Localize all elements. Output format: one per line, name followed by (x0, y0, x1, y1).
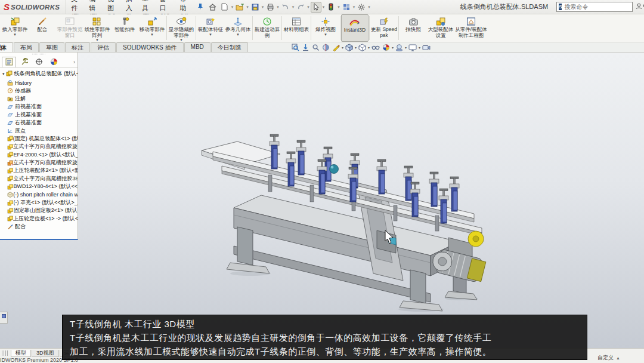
dropdown-dot-icon[interactable]: ▾ (342, 45, 343, 50)
rebuild-icon[interactable] (326, 2, 336, 13)
tree-item[interactable]: 前视基准面 (0, 103, 78, 110)
ribbon-button-mate[interactable]: 配合 (29, 14, 56, 42)
graphics-viewport[interactable] (0, 53, 644, 348)
menu-item[interactable]: 插入(I) (121, 0, 137, 14)
tab-SOLIDWORKS 插件[interactable]: SOLIDWORKS 插件 (116, 42, 184, 52)
customize-button[interactable]: 自定义▲ (597, 354, 620, 362)
chevron-down-icon[interactable]: ▼ (179, 39, 183, 41)
tree-item[interactable]: (-) short pitch roller chain wheel_s (0, 190, 78, 198)
appearance-manager-tab[interactable] (47, 57, 61, 67)
panel-flyout-arrow[interactable]: › (73, 59, 78, 65)
tree-root-item[interactable]: ▾ 线条倒角机总装配体 (默认<默认_显示状 (0, 68, 78, 79)
tab-评估[interactable]: 评估 (91, 42, 116, 52)
dropdown-dot-icon[interactable]: ▾ (368, 45, 370, 50)
zoom-area-icon[interactable] (302, 44, 309, 51)
tree-item[interactable]: 上视基准面 (0, 111, 78, 119)
tab-草图[interactable]: 草图 (39, 42, 64, 52)
tab-标注[interactable]: 标注 (65, 42, 90, 52)
section-view-icon[interactable] (322, 44, 330, 51)
chevron-down-icon[interactable]: ▼ (209, 33, 212, 36)
dropdown-dot-icon[interactable]: ▾ (338, 5, 340, 10)
camera-icon[interactable] (422, 44, 431, 51)
menu-item[interactable]: 工具(T) (137, 0, 155, 14)
select-cursor-icon[interactable] (311, 2, 321, 13)
tree-item[interactable]: 上压轮定位板<1> -> (默认<<默认>_显 (0, 215, 78, 223)
open-document-icon[interactable] (234, 2, 245, 13)
dropdown-dot-icon[interactable]: ▾ (231, 5, 234, 10)
tab-装配体[interactable]: 装配体 (0, 42, 13, 52)
save-icon[interactable] (250, 2, 261, 13)
tree-item[interactable]: (-) 罩壳<1> (默认<<默认>_显示状态 (0, 199, 78, 207)
ribbon-button-move-component[interactable]: 移动零部件▼ (138, 14, 166, 42)
tree-item[interactable]: 立式十字万向燕尾槽挖胶旋转360度高 (0, 143, 78, 150)
chevron-down-icon[interactable]: ▼ (95, 39, 99, 41)
tree-root-caret-icon[interactable]: ▾ (2, 72, 5, 76)
search-input[interactable] (564, 4, 643, 10)
ribbon-button-instant3d[interactable]: Instant3D (341, 14, 369, 42)
dropdown-dot-icon[interactable]: ▾ (405, 45, 407, 50)
dropdown-dot-icon[interactable]: ▾ (419, 45, 420, 50)
search-scope-icon[interactable]: S (559, 4, 562, 10)
dropdown-dot-icon[interactable]: ▾ (292, 5, 295, 10)
ribbon-button-speedpak[interactable]: 更新 Speedpak (370, 14, 398, 42)
ribbon-button-assembly-features[interactable]: 装配体特征▼ (197, 14, 224, 42)
tree-item[interactable]: 传感器 (0, 87, 78, 94)
view-tab-模型[interactable]: 模型 (11, 350, 31, 357)
menu-item[interactable]: 视图(V) (103, 0, 121, 14)
tree-item[interactable]: 注解 (0, 95, 78, 103)
view-tab-3D视图[interactable]: 3D视图 (32, 350, 59, 357)
tree-item[interactable]: (固定) 机架总装配体<1> (默认<默认_显 (0, 135, 78, 143)
menu-item[interactable]: 窗口(W) (155, 0, 175, 14)
tree-item[interactable]: History (0, 79, 78, 87)
ribbon-button-show-hidden[interactable]: 显示隐藏的零部件▼ (168, 14, 195, 42)
configuration-manager-tab[interactable] (32, 57, 46, 67)
edit-appearance-icon[interactable] (382, 44, 390, 51)
tree-item[interactable]: EF4-2000.<1> (默认<默认_显示状态 (0, 151, 78, 159)
new-document-icon[interactable] (219, 2, 230, 13)
menu-item[interactable]: 编辑(E) (84, 0, 103, 14)
ribbon-button-make-drawing[interactable]: 从零件/装配体制作工程图 (454, 14, 488, 42)
tree-item[interactable]: 固定靠山固定板2<1> (默认<<默认> (0, 207, 78, 214)
dropdown-dot-icon[interactable]: ▾ (262, 5, 264, 10)
redo-icon[interactable] (295, 2, 306, 13)
ribbon-button-exploded-view[interactable]: 爆炸视图▼ (312, 14, 339, 42)
tab-今日制造[interactable]: 今日制造 (211, 42, 248, 52)
ribbon-button-large-assembly[interactable]: 大型装配体设置 (427, 14, 454, 42)
ribbon-button-insert-component[interactable]: 插入零部件▼ (1, 14, 29, 42)
chevron-down-icon[interactable]: ▼ (150, 33, 154, 36)
undo-icon[interactable] (280, 2, 291, 13)
dropdown-dot-icon[interactable]: ▾ (392, 45, 394, 50)
tree-item[interactable]: 右视基准面 (0, 119, 78, 127)
pin-icon[interactable] (197, 3, 203, 11)
options-gear-icon[interactable] (356, 2, 367, 13)
dropdown-dot-icon[interactable]: ▾ (307, 5, 309, 10)
ribbon-button-linear-pattern[interactable]: 线性零部件阵列▼ (83, 14, 111, 42)
tree-item[interactable]: 立式十字万向燕尾槽挖胶旋转360度高 (0, 159, 78, 167)
annotation-view-icon[interactable] (332, 44, 340, 51)
dropdown-dot-icon[interactable]: ▾ (277, 5, 279, 10)
ribbon-button-bom[interactable]: 材料明细表 (283, 14, 310, 42)
ribbon-button-snapshot[interactable]: 拍快照 (400, 14, 427, 42)
tree-item[interactable]: 原点 (0, 127, 78, 134)
collapsed-toolbar-icon[interactable] (0, 312, 8, 324)
ribbon-button-motion-study[interactable]: 新建运动算例 (253, 14, 281, 42)
search-box[interactable]: S ▾ (556, 2, 633, 12)
chevron-down-icon[interactable]: ▼ (236, 33, 240, 36)
tree-item[interactable]: 上压轮装配体2<1> (默认<默认_显示 (0, 167, 78, 174)
dropdown-dot-icon[interactable]: ▾ (323, 5, 325, 10)
tree-item[interactable]: 立式十字万向燕尾槽挖胶380X160<1 (0, 175, 78, 183)
dropdown-dot-icon[interactable]: ▾ (246, 5, 249, 10)
tree-item[interactable]: 配合 (0, 223, 78, 230)
view-settings-icon[interactable] (408, 44, 417, 51)
apply-scene-icon[interactable] (395, 44, 403, 51)
property-manager-tab[interactable] (17, 57, 31, 67)
login-user-icon[interactable] (636, 3, 642, 11)
hide-show-items-icon[interactable] (371, 44, 380, 51)
ribbon-button-smart-fasteners[interactable]: 智能扣件 (111, 14, 138, 42)
chevron-down-icon[interactable]: ▼ (13, 33, 17, 36)
menu-item[interactable]: 帮助(H) (175, 0, 193, 14)
dropdown-dot-icon[interactable]: ▾ (368, 5, 370, 10)
zoom-fit-icon[interactable] (292, 44, 299, 51)
tab-布局[interactable]: 布局 (14, 42, 39, 52)
tab-scroll-grip[interactable] (2, 350, 9, 356)
